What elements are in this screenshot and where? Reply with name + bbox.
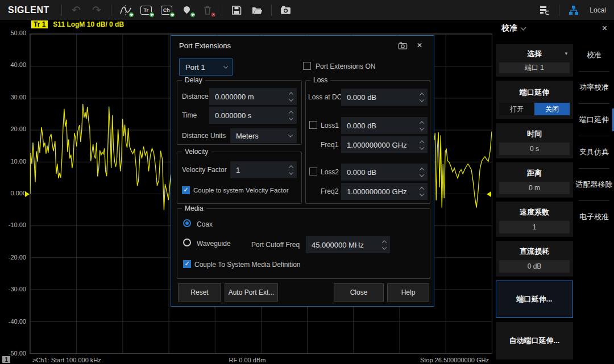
port-cutoff-freq-spinner[interactable]	[379, 236, 390, 253]
velocity-factor-value[interactable]: 1	[499, 221, 570, 233]
velocity-groupbox: Velocity Velocity Factor Couple to syste…	[177, 152, 302, 204]
add-trace-button[interactable]	[115, 2, 136, 19]
chevron-down-icon	[420, 145, 424, 149]
freq2-input[interactable]	[341, 183, 416, 200]
new-channel-button[interactable]: Ch	[156, 2, 177, 19]
toggle-off-button[interactable]: 关闭	[534, 103, 570, 115]
couple-velocity-checkbox[interactable]	[182, 186, 190, 194]
tab-power-calibration[interactable]: 功率校准	[574, 71, 614, 103]
loss1-spinner[interactable]	[416, 117, 428, 134]
tab-port-extension[interactable]: 端口延伸	[574, 103, 614, 136]
freq1-spinner[interactable]	[416, 136, 428, 153]
distance-units-label: Distance Units	[182, 132, 226, 140]
plus-badge-icon	[149, 12, 155, 18]
vna-application: SIGLENT ↶ ↷ Tr Ch	[0, 0, 614, 364]
loss-at-dc-input[interactable]	[341, 89, 416, 106]
trace-params[interactable]: S11 LogM 10 dB/ 0 dB	[53, 20, 124, 28]
velocity-factor-field[interactable]	[230, 161, 297, 178]
freq1-field[interactable]	[341, 136, 428, 153]
loss2-input[interactable]	[341, 164, 416, 181]
loss1-input[interactable]	[341, 117, 416, 134]
reset-button[interactable]: Reset	[178, 283, 221, 302]
sidebar-title[interactable]: 校准	[501, 23, 517, 34]
chevron-down-icon	[288, 132, 293, 137]
chevron-down-icon	[223, 64, 228, 68]
time-spinner[interactable]	[285, 107, 297, 124]
waveguide-label: Waveguide	[197, 240, 231, 248]
coax-label: Coax	[197, 220, 213, 228]
distance-units-dropdown[interactable]: Meters	[230, 128, 297, 143]
undo-icon: ↶	[72, 5, 81, 15]
toolbar-separator	[111, 5, 111, 16]
distance-softkey[interactable]: 距离 0 m	[496, 162, 573, 198]
port-select-dropdown[interactable]: Port 1	[179, 58, 233, 76]
chevron-down-icon	[289, 115, 293, 120]
time-softkey[interactable]: 时间 0 s	[496, 123, 573, 158]
select-value[interactable]: 端口 1	[499, 62, 570, 73]
close-button[interactable]: Close	[334, 283, 384, 302]
velocity-factor-input[interactable]	[230, 161, 285, 178]
port-extension-softkey[interactable]: 端口延伸 打开 关闭	[496, 81, 573, 119]
distance-input[interactable]	[209, 88, 285, 105]
chevron-down-icon[interactable]	[521, 25, 526, 31]
open-button[interactable]	[247, 2, 267, 19]
screenshot-button[interactable]	[276, 2, 296, 19]
dc-loss-softkey[interactable]: 直流损耗 0 dB	[496, 241, 573, 277]
chevron-up-icon	[420, 121, 424, 125]
toolbar-right-group: Local	[534, 2, 614, 19]
freq2-label: Freq2	[321, 187, 338, 195]
add-marker-button[interactable]	[177, 2, 197, 19]
velocity-factor-spinner[interactable]	[285, 161, 297, 178]
velocity-factor-softkey[interactable]: 速度系数 1	[496, 202, 573, 237]
dc-loss-value[interactable]: 0 dB	[499, 260, 570, 273]
save-button[interactable]	[226, 2, 247, 19]
distance-field[interactable]	[209, 88, 297, 105]
select-softkey[interactable]: 选择 ▼ 端口 1	[496, 44, 573, 77]
undo-button[interactable]: ↶	[66, 2, 86, 19]
dialog-screenshot-button[interactable]	[396, 39, 409, 52]
y-axis-tick: 10.00	[0, 158, 26, 165]
distance-spinner[interactable]	[285, 88, 297, 105]
distance-units-value: Meters	[230, 132, 284, 140]
waveguide-radio[interactable]	[183, 239, 191, 246]
tab-adapter-removal[interactable]: 适配器移除	[574, 168, 614, 200]
port-cutoff-freq-input[interactable]	[306, 236, 379, 253]
loss-at-dc-field[interactable]	[341, 89, 428, 106]
port-extensions-dialog-softkey[interactable]: 端口延伸...	[496, 281, 573, 318]
coax-radio[interactable]	[183, 219, 191, 227]
redo-button[interactable]: ↷	[86, 2, 107, 19]
media-groupbox: Media Coax Waveguide Port Cutoff Freq Co…	[177, 208, 430, 279]
auto-port-extension-softkey[interactable]: 自动端口延伸...	[496, 322, 573, 359]
loss1-checkbox[interactable]	[309, 121, 317, 129]
tab-fixture-simulation[interactable]: 夹具仿真	[574, 136, 614, 168]
tab-ecal[interactable]: 电子校准	[574, 200, 614, 233]
loss2-field[interactable]	[341, 164, 428, 181]
dialog-header[interactable]: Port Extensions ×	[171, 36, 434, 55]
help-button[interactable]: Help	[387, 283, 429, 302]
sidebar-close-button[interactable]: ×	[602, 24, 607, 33]
reference-level-marker-left-icon	[25, 191, 30, 197]
freq1-input[interactable]	[341, 136, 416, 153]
port-extensions-on-checkbox[interactable]	[303, 62, 311, 70]
toolbar-separator	[61, 5, 62, 16]
tab-calibration[interactable]: 校准	[574, 39, 614, 71]
time-field[interactable]	[209, 107, 297, 124]
new-trace-window-button[interactable]: Tr	[136, 2, 156, 19]
port-cutoff-freq-field[interactable]	[306, 236, 390, 253]
loss2-spinner[interactable]	[416, 164, 428, 181]
layout-config-button[interactable]	[534, 2, 555, 19]
network-status-button[interactable]	[563, 2, 584, 19]
dialog-close-button[interactable]: ×	[413, 39, 426, 52]
freq2-spinner[interactable]	[416, 183, 428, 200]
freq2-field[interactable]	[341, 183, 428, 200]
loss-at-dc-spinner[interactable]	[416, 89, 428, 106]
loss2-checkbox[interactable]	[309, 168, 317, 175]
couple-media-checkbox[interactable]	[183, 260, 191, 268]
distance-value[interactable]: 0 m	[499, 182, 570, 194]
time-value[interactable]: 0 s	[499, 143, 570, 155]
time-input[interactable]	[209, 107, 285, 124]
trace-badge[interactable]: Tr 1	[31, 20, 48, 28]
auto-port-ext-button[interactable]: Auto Port Ext...	[225, 283, 278, 302]
toggle-on-button[interactable]: 打开	[499, 103, 534, 115]
loss1-field[interactable]	[341, 117, 428, 134]
